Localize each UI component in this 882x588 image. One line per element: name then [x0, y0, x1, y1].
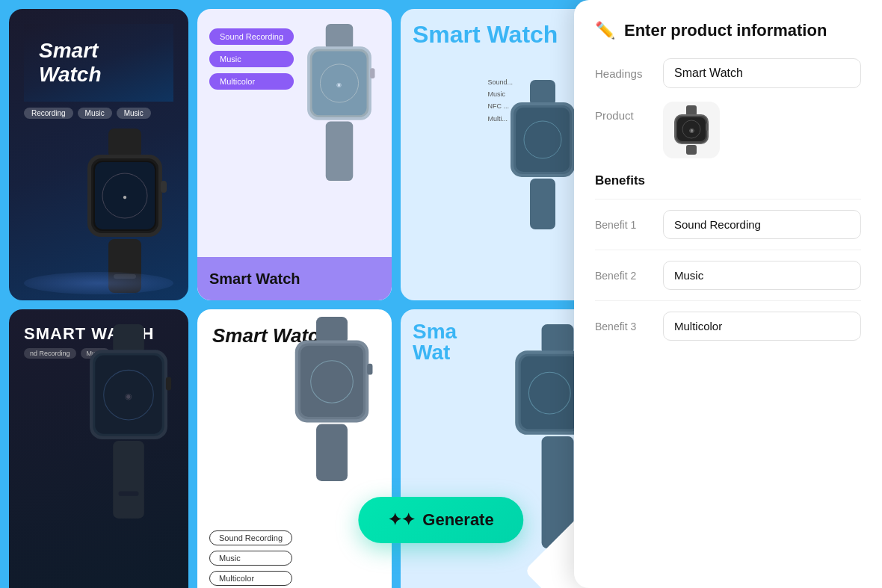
benefit-1-input[interactable] [663, 210, 861, 239]
benefit-3-row: Benefit 3 [595, 312, 861, 341]
svg-rect-17 [326, 122, 354, 181]
panel-header: ✏️ Enter product information [595, 21, 861, 40]
divider-1 [595, 199, 861, 199]
divider-2 [595, 250, 861, 250]
svg-text:◉: ◉ [125, 392, 132, 400]
product-thumbnail[interactable]: ◉ [663, 102, 720, 158]
svg-rect-10 [326, 24, 354, 50]
svg-text:◉: ◉ [337, 81, 342, 88]
benefit-tag-sound: Sound Recording [209, 28, 294, 45]
card-3-benefits: Sound... Music NFC ... Multi... [487, 76, 513, 125]
benefit-2-row: Benefit 2 [595, 261, 861, 290]
svg-rect-25 [113, 324, 144, 354]
glow-effect [24, 272, 173, 294]
heading-label: Headings [595, 67, 651, 80]
svg-rect-32 [113, 441, 144, 519]
benefit-1-label: Benefit 1 [595, 219, 651, 231]
svg-rect-16 [370, 68, 374, 78]
benefit-tag-multicolor: Multicolor [209, 73, 294, 90]
benefit-2-label: Benefit 2 [595, 270, 651, 282]
panel-title: Enter product information [624, 21, 827, 40]
tag-recording: Recording [24, 108, 73, 119]
card-6-benefit-tags: Sound Recording Music Multicolor [209, 530, 292, 586]
svg-rect-44 [521, 356, 579, 430]
svg-rect-18 [530, 80, 555, 106]
edit-icon: ✏️ [595, 21, 615, 40]
watch-illustration-1: ● [65, 129, 185, 293]
svg-rect-34 [316, 317, 348, 344]
generate-button[interactable]: ✦✦ Generate [358, 497, 523, 543]
watch-illustration-5: ◉ [61, 324, 188, 519]
benefits-title: Benefits [595, 173, 861, 188]
svg-rect-7 [161, 181, 167, 193]
headings-row: Headings [595, 58, 861, 88]
svg-rect-37 [300, 346, 363, 417]
svg-rect-0 [108, 129, 141, 158]
card-dark-bottom: SMART WATCH nd Recording Music ◉ [9, 309, 188, 588]
benefit-tag-music: Music [209, 51, 294, 67]
card-2-title: Smart Watch [209, 270, 300, 288]
benefit-2-input[interactable] [663, 261, 861, 290]
watch-illustration-6 [268, 317, 392, 481]
generate-button-wrapper: ✦✦ Generate [358, 497, 523, 543]
svg-rect-24 [530, 179, 555, 229]
tag-music-2: Music [117, 108, 151, 119]
svg-rect-39 [367, 364, 372, 375]
watch-illustration-2: ◉ [283, 24, 392, 181]
product-label: Product [595, 102, 651, 122]
heading-input[interactable] [663, 58, 861, 88]
tag-music-1: Music [78, 108, 112, 119]
generate-sparkle-icon: ✦✦ [388, 510, 415, 530]
benefit-3-input[interactable] [663, 312, 861, 341]
benefit-3-label: Benefit 3 [595, 321, 651, 332]
svg-rect-55 [686, 145, 697, 155]
product-row: Product ◉ [595, 102, 861, 158]
card-2-tags: Sound Recording Music Multicolor [209, 28, 294, 90]
card-purple: Sound Recording Music Multicolor ◉ Smart… [197, 9, 392, 300]
tag-6-multicolor: Multicolor [209, 571, 292, 586]
card-1-title: Smart Watch [24, 24, 173, 102]
svg-rect-33 [118, 492, 138, 496]
svg-rect-41 [542, 324, 574, 355]
svg-rect-48 [686, 105, 697, 116]
svg-rect-54 [706, 123, 709, 131]
card-dark-italic: Smart Watch Recording Music Music ● [9, 9, 188, 300]
product-watch-icon: ◉ [665, 104, 718, 156]
card-2-bottom-band: Smart Watch [197, 257, 392, 300]
divider-3 [595, 300, 861, 301]
svg-text:◉: ◉ [689, 127, 694, 134]
tag-6-music: Music [209, 551, 292, 566]
benefits-section: Benefits Benefit 1 Benefit 2 Benefit 3 [595, 173, 861, 351]
svg-rect-31 [166, 377, 171, 391]
svg-text:●: ● [123, 193, 127, 201]
product-info-panel: ✏️ Enter product information Headings Pr… [574, 0, 882, 588]
card-white-italic: Smart Watch Sound Recording Music Multic… [197, 309, 392, 588]
tag-6-sound: Sound Recording [209, 530, 292, 545]
generate-label: Generate [422, 510, 493, 530]
card-1-tags: Recording Music Music [24, 108, 151, 119]
benefit-1-row: Benefit 1 [595, 210, 861, 239]
svg-rect-40 [316, 424, 348, 481]
